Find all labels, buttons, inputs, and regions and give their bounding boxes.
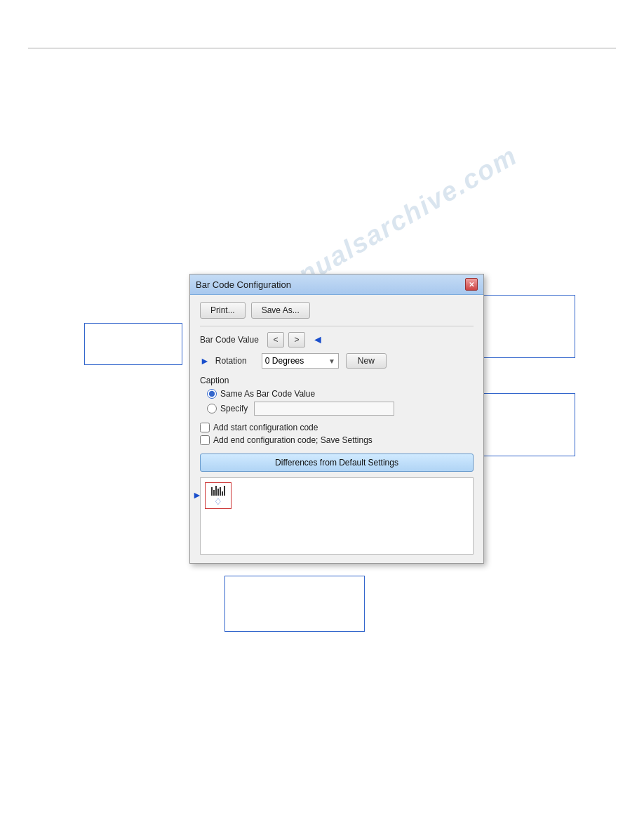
caption-specify-label: Specify (220, 404, 248, 413)
bar-code-prev-button[interactable]: < (267, 332, 284, 348)
caption-label: Caption (200, 376, 474, 385)
add-start-label: Add start configuration code (213, 423, 318, 432)
barcode-lines (211, 486, 225, 496)
page-divider (28, 48, 616, 48)
top-buttons-row: Print... Save As... (200, 302, 474, 319)
caption-section: Caption Same As Bar Code Value Specify (200, 376, 474, 416)
rotation-label: Rotation (215, 356, 257, 366)
bar-code-value-label: Bar Code Value (200, 335, 263, 345)
bar-code-value-row: Bar Code Value < > ◄ (200, 332, 474, 348)
print-button[interactable]: Print... (200, 302, 246, 319)
differences-button[interactable]: Differences from Default Settings (200, 454, 474, 472)
dialog-title: Bar Code Configuration (196, 279, 291, 290)
caption-same-label: Same As Bar Code Value (220, 389, 315, 399)
callout-bottom (224, 576, 365, 632)
dialog-titlebar: Bar Code Configuration ✕ (190, 274, 483, 295)
new-button[interactable]: New (346, 353, 387, 369)
rotation-select[interactable]: 0 Degrees ▼ (262, 353, 339, 369)
rotation-value: 0 Degrees (265, 356, 328, 366)
caption-same-radio[interactable] (207, 389, 217, 399)
rotation-arrow-icon: ► (200, 355, 210, 366)
caption-specify-row: Specify (207, 402, 474, 416)
caption-specify-radio[interactable] (207, 404, 217, 413)
bar-code-configuration-dialog: Bar Code Configuration ✕ Print... Save A… (189, 274, 484, 564)
barcode-icon-box: ♢ (205, 482, 232, 509)
barcode-diamond-icon: ♢ (214, 497, 222, 506)
dialog-close-button[interactable]: ✕ (465, 278, 478, 291)
callout-left-top (84, 323, 182, 365)
add-end-row: Add end configuration code; Save Setting… (200, 435, 474, 445)
rotation-row: ► Rotation 0 Degrees ▼ New (200, 353, 474, 369)
save-as-button[interactable]: Save As... (251, 302, 310, 319)
preview-arrow-icon: ► (192, 489, 202, 501)
caption-specify-input[interactable] (254, 402, 394, 416)
separator-1 (200, 326, 474, 326)
bar-code-next-button[interactable]: > (288, 332, 305, 348)
add-start-row: Add start configuration code (200, 423, 474, 432)
caption-same-row: Same As Bar Code Value (207, 389, 474, 399)
rotation-dropdown-arrow-icon: ▼ (328, 357, 335, 365)
add-end-checkbox[interactable] (200, 435, 210, 445)
barcode-preview-area: ► ♢ (200, 477, 474, 555)
dialog-body: Print... Save As... Bar Code Value < > ◄… (190, 295, 483, 563)
add-end-label: Add end configuration code; Save Setting… (213, 435, 373, 445)
add-start-checkbox[interactable] (200, 423, 210, 432)
bar-code-arrow-indicator: ◄ (312, 333, 323, 346)
